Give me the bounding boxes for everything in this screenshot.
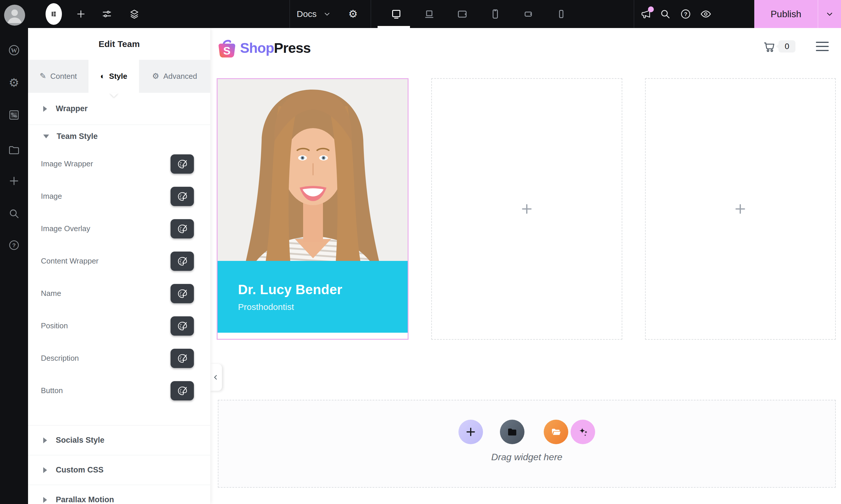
section-custom-css[interactable]: Custom CSS bbox=[28, 455, 210, 485]
svg-text:?: ? bbox=[12, 242, 16, 248]
tab-content[interactable]: ✎ Content bbox=[28, 60, 88, 93]
avatar[interactable] bbox=[4, 5, 25, 26]
logo-shop-text: Shop bbox=[240, 40, 274, 56]
palette-icon bbox=[176, 158, 188, 170]
elementor-editor: Docs ⚙ bbox=[0, 0, 841, 504]
section-socials-style[interactable]: Socials Style bbox=[28, 425, 210, 455]
docs-dropdown[interactable]: Docs bbox=[297, 0, 331, 28]
responsive-mobile-small-button[interactable] bbox=[555, 0, 568, 28]
notification-dot bbox=[648, 6, 654, 12]
folder-icon bbox=[506, 426, 518, 438]
edit-style-button[interactable] bbox=[171, 349, 194, 368]
eye-icon bbox=[700, 8, 712, 20]
publish-options-button[interactable] bbox=[818, 0, 841, 28]
rail-item-site-settings[interactable] bbox=[8, 109, 20, 121]
empty-column[interactable] bbox=[431, 78, 622, 340]
section-parallax-motion[interactable]: Parallax Motion bbox=[28, 485, 210, 504]
site-logo[interactable]: S ShopPress bbox=[218, 36, 311, 60]
team-member-name: Dr. Lucy Bender bbox=[238, 282, 408, 298]
add-element-button[interactable] bbox=[74, 0, 88, 28]
palette-icon bbox=[176, 223, 188, 235]
saved-templates-button[interactable] bbox=[544, 420, 568, 444]
mobile-icon bbox=[489, 8, 501, 20]
add-widget-button[interactable] bbox=[458, 420, 483, 444]
active-tab-notch bbox=[109, 93, 118, 97]
menu-toggle-button[interactable] bbox=[816, 42, 829, 51]
section-label: Socials Style bbox=[56, 436, 105, 445]
document-settings-button[interactable]: ⚙ bbox=[346, 0, 360, 28]
responsive-desktop-button[interactable] bbox=[389, 0, 403, 28]
rail-item-settings[interactable]: ⚙ bbox=[9, 76, 19, 89]
shoppress-bag-icon: S bbox=[218, 36, 236, 60]
edit-style-button[interactable] bbox=[171, 252, 194, 271]
panel-collapse-button[interactable] bbox=[210, 364, 222, 391]
desktop-icon bbox=[390, 8, 402, 20]
section-wrapper[interactable]: Wrapper bbox=[28, 93, 210, 125]
section-team-style[interactable]: Team Style bbox=[28, 125, 210, 148]
style-row-image: Image bbox=[28, 180, 210, 213]
cart-count-badge[interactable]: 0 bbox=[778, 40, 795, 53]
section-label: Wrapper bbox=[56, 104, 88, 113]
toolbar-separator bbox=[290, 0, 290, 28]
palette-icon bbox=[176, 353, 188, 364]
row-label: Name bbox=[41, 289, 61, 298]
plus-icon bbox=[7, 175, 20, 187]
responsive-laptop-button[interactable] bbox=[423, 0, 436, 28]
structure-button[interactable] bbox=[100, 0, 113, 28]
empty-column[interactable] bbox=[645, 78, 836, 340]
section-label: Custom CSS bbox=[56, 466, 104, 474]
responsive-tablet-button[interactable] bbox=[456, 0, 469, 28]
docs-label: Docs bbox=[297, 9, 317, 19]
contrast-icon: ◐ bbox=[100, 72, 105, 80]
edit-style-button[interactable] bbox=[171, 219, 194, 238]
elementor-menu-button[interactable] bbox=[46, 3, 62, 25]
layers-button[interactable] bbox=[128, 0, 141, 28]
svg-text:S: S bbox=[223, 44, 231, 57]
widget-actions-row bbox=[458, 420, 595, 444]
rail-item-add-new[interactable] bbox=[7, 175, 20, 187]
rail-item-finder[interactable] bbox=[8, 208, 20, 220]
responsive-mobile-button[interactable] bbox=[489, 0, 502, 28]
style-row-content-wrapper: Content Wrapper bbox=[28, 245, 210, 277]
templates-library-button[interactable] bbox=[500, 420, 524, 444]
cart-icon[interactable] bbox=[763, 40, 776, 53]
svg-text:W: W bbox=[11, 47, 17, 54]
row-label: Content Wrapper bbox=[41, 256, 99, 266]
search-icon bbox=[8, 208, 20, 220]
edit-style-button[interactable] bbox=[171, 187, 194, 206]
tab-advanced[interactable]: ⚙ Advanced bbox=[139, 60, 210, 93]
chevron-down-icon bbox=[323, 10, 331, 18]
widget-drop-area[interactable]: Drag widget here bbox=[218, 400, 836, 488]
plus-icon bbox=[520, 202, 533, 216]
edit-style-button[interactable] bbox=[171, 155, 194, 174]
help-button[interactable]: ? bbox=[678, 0, 693, 28]
edit-style-button[interactable] bbox=[171, 316, 194, 336]
style-row-name: Name bbox=[28, 277, 210, 310]
search-icon bbox=[659, 8, 671, 20]
team-member-position: Prosthodontist bbox=[238, 302, 408, 312]
folder-icon bbox=[7, 144, 20, 157]
whats-new-button[interactable] bbox=[639, 0, 653, 28]
palette-icon bbox=[176, 320, 188, 332]
team-member-card[interactable]: Dr. Lucy Bender Prosthodontist bbox=[217, 78, 408, 340]
edit-style-button[interactable] bbox=[171, 381, 194, 400]
publish-button[interactable]: Publish bbox=[754, 0, 841, 28]
preview-button[interactable] bbox=[699, 0, 713, 28]
site-header-actions: 0 bbox=[763, 40, 829, 53]
style-row-image-overlay: Image Overlay bbox=[28, 213, 210, 245]
page-title: Edit Team bbox=[28, 28, 210, 60]
edit-style-button[interactable] bbox=[171, 284, 194, 303]
publish-label: Publish bbox=[754, 0, 818, 28]
caret-right-icon bbox=[43, 497, 47, 503]
finder-search-button[interactable] bbox=[658, 0, 672, 28]
rail-item-help[interactable]: ? bbox=[8, 239, 20, 251]
tab-label: Content bbox=[50, 72, 77, 81]
tab-style[interactable]: ◐ Style bbox=[88, 60, 139, 93]
ai-builder-button[interactable] bbox=[571, 420, 595, 444]
responsive-tablet-landscape-button[interactable] bbox=[522, 0, 535, 28]
caret-right-icon bbox=[43, 437, 47, 443]
rail-item-wordpress[interactable]: W bbox=[7, 44, 20, 57]
toolbar-separator bbox=[371, 0, 371, 28]
palette-icon bbox=[176, 255, 188, 267]
rail-item-templates[interactable] bbox=[7, 144, 20, 157]
